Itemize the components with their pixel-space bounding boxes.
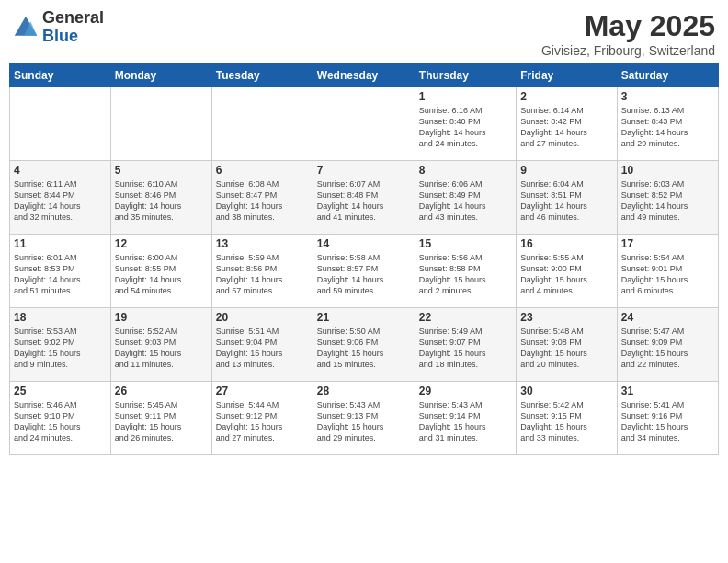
day-number: 12 — [115, 237, 208, 250]
calendar-week-row: 25Sunrise: 5:46 AM Sunset: 9:10 PM Dayli… — [10, 382, 719, 455]
day-info: Sunrise: 6:06 AM Sunset: 8:49 PM Dayligh… — [419, 178, 512, 224]
day-number: 22 — [419, 311, 512, 324]
day-info: Sunrise: 5:41 AM Sunset: 9:16 PM Dayligh… — [621, 399, 714, 444]
day-number: 20 — [216, 311, 309, 324]
weekday-header-tuesday: Tuesday — [211, 64, 313, 87]
calendar-cell: 27Sunrise: 5:44 AM Sunset: 9:12 PM Dayli… — [211, 382, 313, 455]
calendar-cell: 24Sunrise: 5:47 AM Sunset: 9:09 PM Dayli… — [617, 308, 718, 382]
day-info: Sunrise: 5:43 AM Sunset: 9:13 PM Dayligh… — [317, 399, 411, 444]
day-number: 13 — [216, 237, 309, 250]
calendar-cell: 8Sunrise: 6:06 AM Sunset: 8:49 PM Daylig… — [415, 161, 516, 235]
weekday-header-row: SundayMondayTuesdayWednesdayThursdayFrid… — [10, 64, 719, 87]
calendar-cell: 15Sunrise: 5:56 AM Sunset: 8:58 PM Dayli… — [415, 235, 516, 308]
logo-blue-text: Blue — [42, 28, 104, 46]
day-info: Sunrise: 6:13 AM Sunset: 8:43 PM Dayligh… — [621, 105, 714, 150]
weekday-header-monday: Monday — [110, 64, 211, 87]
day-number: 14 — [317, 237, 411, 250]
day-info: Sunrise: 5:58 AM Sunset: 8:57 PM Dayligh… — [317, 252, 411, 297]
calendar-cell: 4Sunrise: 6:11 AM Sunset: 8:44 PM Daylig… — [10, 161, 111, 235]
calendar-cell: 13Sunrise: 5:59 AM Sunset: 8:56 PM Dayli… — [211, 235, 313, 308]
day-info: Sunrise: 5:42 AM Sunset: 9:15 PM Dayligh… — [520, 399, 612, 444]
calendar-cell: 3Sunrise: 6:13 AM Sunset: 8:43 PM Daylig… — [617, 87, 718, 161]
calendar-cell: 28Sunrise: 5:43 AM Sunset: 9:13 PM Dayli… — [313, 382, 415, 455]
month-title: May 2025 — [541, 9, 715, 43]
calendar-cell: 6Sunrise: 6:08 AM Sunset: 8:47 PM Daylig… — [211, 161, 313, 235]
day-info: Sunrise: 5:53 AM Sunset: 9:02 PM Dayligh… — [14, 326, 107, 371]
day-info: Sunrise: 6:16 AM Sunset: 8:40 PM Dayligh… — [419, 105, 512, 150]
day-number: 26 — [115, 385, 208, 397]
day-number: 8 — [419, 164, 512, 177]
day-info: Sunrise: 6:00 AM Sunset: 8:55 PM Dayligh… — [115, 252, 208, 297]
calendar-week-row: 4Sunrise: 6:11 AM Sunset: 8:44 PM Daylig… — [10, 161, 719, 235]
day-number: 2 — [520, 90, 612, 103]
calendar-cell: 16Sunrise: 5:55 AM Sunset: 9:00 PM Dayli… — [517, 235, 617, 308]
logo-general-text: General — [42, 9, 104, 28]
calendar-cell: 26Sunrise: 5:45 AM Sunset: 9:11 PM Dayli… — [110, 382, 211, 455]
day-number: 25 — [14, 385, 107, 397]
weekday-header-wednesday: Wednesday — [313, 64, 415, 87]
day-info: Sunrise: 6:01 AM Sunset: 8:53 PM Dayligh… — [14, 252, 107, 297]
day-info: Sunrise: 5:45 AM Sunset: 9:11 PM Dayligh… — [115, 399, 208, 444]
day-number: 16 — [520, 237, 612, 250]
title-block: May 2025 Givisiez, Fribourg, Switzerland — [541, 9, 715, 58]
logo-icon — [13, 15, 39, 40]
day-info: Sunrise: 5:49 AM Sunset: 9:07 PM Dayligh… — [419, 326, 512, 371]
calendar-cell — [313, 87, 415, 161]
calendar-cell: 1Sunrise: 6:16 AM Sunset: 8:40 PM Daylig… — [415, 87, 516, 161]
calendar-cell: 14Sunrise: 5:58 AM Sunset: 8:57 PM Dayli… — [313, 235, 415, 308]
page-header: General Blue May 2025 Givisiez, Fribourg… — [9, 9, 719, 58]
day-info: Sunrise: 5:46 AM Sunset: 9:10 PM Dayligh… — [14, 399, 107, 444]
day-info: Sunrise: 6:14 AM Sunset: 8:42 PM Dayligh… — [520, 105, 612, 150]
day-number: 1 — [419, 90, 512, 103]
day-number: 4 — [14, 164, 107, 177]
calendar-cell — [10, 87, 111, 161]
calendar-cell: 9Sunrise: 6:04 AM Sunset: 8:51 PM Daylig… — [517, 161, 617, 235]
calendar-cell: 12Sunrise: 6:00 AM Sunset: 8:55 PM Dayli… — [110, 235, 211, 308]
day-info: Sunrise: 6:08 AM Sunset: 8:47 PM Dayligh… — [216, 178, 309, 224]
calendar-cell: 31Sunrise: 5:41 AM Sunset: 9:16 PM Dayli… — [617, 382, 718, 455]
day-info: Sunrise: 5:43 AM Sunset: 9:14 PM Dayligh… — [419, 399, 512, 444]
calendar-cell — [110, 87, 211, 161]
day-info: Sunrise: 5:48 AM Sunset: 9:08 PM Dayligh… — [520, 326, 612, 371]
calendar-week-row: 11Sunrise: 6:01 AM Sunset: 8:53 PM Dayli… — [10, 235, 719, 308]
day-number: 9 — [520, 164, 612, 177]
day-info: Sunrise: 5:54 AM Sunset: 9:01 PM Dayligh… — [621, 252, 714, 297]
calendar-cell: 20Sunrise: 5:51 AM Sunset: 9:04 PM Dayli… — [211, 308, 313, 382]
day-info: Sunrise: 5:52 AM Sunset: 9:03 PM Dayligh… — [115, 326, 208, 371]
day-number: 30 — [520, 385, 612, 397]
day-info: Sunrise: 6:04 AM Sunset: 8:51 PM Dayligh… — [520, 178, 612, 224]
calendar-cell: 11Sunrise: 6:01 AM Sunset: 8:53 PM Dayli… — [10, 235, 111, 308]
day-info: Sunrise: 5:44 AM Sunset: 9:12 PM Dayligh… — [216, 399, 309, 444]
calendar-cell: 29Sunrise: 5:43 AM Sunset: 9:14 PM Dayli… — [415, 382, 516, 455]
day-number: 10 — [621, 164, 714, 177]
day-number: 11 — [14, 237, 107, 250]
calendar-cell: 21Sunrise: 5:50 AM Sunset: 9:06 PM Dayli… — [313, 308, 415, 382]
day-number: 19 — [115, 311, 208, 324]
day-info: Sunrise: 6:10 AM Sunset: 8:46 PM Dayligh… — [115, 178, 208, 224]
day-info: Sunrise: 5:56 AM Sunset: 8:58 PM Dayligh… — [419, 252, 512, 297]
day-info: Sunrise: 6:03 AM Sunset: 8:52 PM Dayligh… — [621, 178, 714, 224]
logo: General Blue — [13, 9, 104, 46]
weekday-header-thursday: Thursday — [415, 64, 516, 87]
day-number: 24 — [621, 311, 714, 324]
calendar-cell: 7Sunrise: 6:07 AM Sunset: 8:48 PM Daylig… — [313, 161, 415, 235]
calendar-cell: 25Sunrise: 5:46 AM Sunset: 9:10 PM Dayli… — [10, 382, 111, 455]
day-number: 3 — [621, 90, 714, 103]
day-info: Sunrise: 6:11 AM Sunset: 8:44 PM Dayligh… — [14, 178, 107, 224]
day-info: Sunrise: 5:51 AM Sunset: 9:04 PM Dayligh… — [216, 326, 309, 371]
calendar-cell: 22Sunrise: 5:49 AM Sunset: 9:07 PM Dayli… — [415, 308, 516, 382]
day-info: Sunrise: 5:55 AM Sunset: 9:00 PM Dayligh… — [520, 252, 612, 297]
calendar-week-row: 18Sunrise: 5:53 AM Sunset: 9:02 PM Dayli… — [10, 308, 719, 382]
day-number: 6 — [216, 164, 309, 177]
day-info: Sunrise: 5:47 AM Sunset: 9:09 PM Dayligh… — [621, 326, 714, 371]
calendar-table: SundayMondayTuesdayWednesdayThursdayFrid… — [9, 63, 719, 455]
weekday-header-sunday: Sunday — [10, 64, 111, 87]
calendar-cell: 18Sunrise: 5:53 AM Sunset: 9:02 PM Dayli… — [10, 308, 111, 382]
day-info: Sunrise: 5:59 AM Sunset: 8:56 PM Dayligh… — [216, 252, 309, 297]
calendar-cell: 10Sunrise: 6:03 AM Sunset: 8:52 PM Dayli… — [617, 161, 718, 235]
day-number: 17 — [621, 237, 714, 250]
day-number: 29 — [419, 385, 512, 397]
day-number: 28 — [317, 385, 411, 397]
day-number: 7 — [317, 164, 411, 177]
day-info: Sunrise: 5:50 AM Sunset: 9:06 PM Dayligh… — [317, 326, 411, 371]
